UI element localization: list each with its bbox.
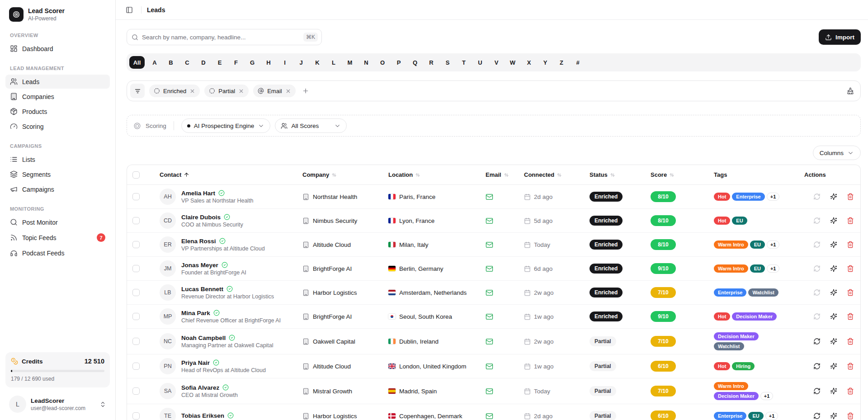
delete-button[interactable] [847, 241, 854, 248]
re-enrich-button[interactable] [813, 265, 821, 272]
col-header-contact[interactable]: Contact [152, 171, 295, 178]
alpha-filter-j[interactable]: J [295, 56, 307, 69]
alpha-filter-r[interactable]: R [425, 56, 438, 69]
filter-chip-partial[interactable]: Partial [204, 85, 249, 97]
alpha-filter-y[interactable]: Y [539, 56, 552, 69]
re-enrich-button[interactable] [813, 313, 821, 320]
alpha-filter-i[interactable]: I [278, 56, 291, 69]
sidebar-item-scoring[interactable]: Scoring [5, 119, 110, 133]
re-enrich-button[interactable] [813, 338, 821, 345]
row-checkbox[interactable] [132, 217, 140, 224]
columns-button[interactable]: Columns [813, 146, 861, 160]
mail-icon[interactable] [486, 241, 493, 249]
remove-chip-icon[interactable] [189, 88, 195, 94]
alpha-filter-t[interactable]: T [458, 56, 470, 69]
row-checkbox[interactable] [132, 265, 140, 272]
re-enrich-button[interactable] [813, 217, 821, 224]
row-checkbox[interactable] [132, 412, 140, 420]
alpha-filter-q[interactable]: Q [409, 56, 421, 69]
row-checkbox[interactable] [132, 363, 140, 370]
filter-button[interactable] [130, 84, 145, 98]
ai-enrich-button[interactable] [830, 313, 837, 320]
mail-icon[interactable] [486, 387, 493, 395]
delete-button[interactable] [847, 363, 854, 370]
sidebar-toggle-button[interactable] [123, 4, 136, 16]
delete-button[interactable] [847, 338, 854, 345]
sidebar-item-products[interactable]: Products [5, 104, 110, 118]
sidebar-item-segments[interactable]: Segments [5, 167, 110, 181]
clear-filters-button[interactable] [847, 87, 854, 94]
alpha-filter-k[interactable]: K [311, 56, 324, 69]
re-enrich-button[interactable] [813, 387, 821, 395]
alpha-filter-all[interactable]: All [129, 56, 145, 69]
delete-button[interactable] [847, 217, 854, 224]
row-checkbox[interactable] [132, 289, 140, 296]
sidebar-item-campaigns[interactable]: Campaigns [5, 182, 110, 196]
row-checkbox[interactable] [132, 241, 140, 248]
ai-enrich-button[interactable] [830, 412, 837, 420]
alpha-filter-b[interactable]: B [165, 56, 177, 69]
row-checkbox[interactable] [132, 387, 140, 395]
alpha-filter-m[interactable]: M [344, 56, 356, 69]
delete-button[interactable] [847, 265, 854, 272]
delete-button[interactable] [847, 289, 854, 296]
delete-button[interactable] [847, 387, 854, 395]
alpha-filter-u[interactable]: U [474, 56, 486, 69]
add-filter-button[interactable] [300, 85, 311, 96]
alpha-filter-h[interactable]: H [262, 56, 275, 69]
ai-enrich-button[interactable] [830, 387, 837, 395]
filter-chip-email[interactable]: Email [253, 85, 296, 97]
scoring-model-select[interactable]: AI Prospecting Engine [181, 118, 271, 133]
col-header-company[interactable]: Company [295, 171, 381, 178]
re-enrich-button[interactable] [813, 289, 821, 296]
alpha-filter-v[interactable]: V [490, 56, 503, 69]
re-enrich-button[interactable] [813, 363, 821, 370]
remove-chip-icon[interactable] [285, 88, 291, 94]
mail-icon[interactable] [486, 363, 493, 370]
ai-enrich-button[interactable] [830, 193, 837, 200]
filter-chip-enriched[interactable]: Enriched [149, 85, 200, 97]
alpha-filter-x[interactable]: X [523, 56, 535, 69]
sidebar-item-leads[interactable]: Leads [5, 75, 110, 89]
alpha-filter-e[interactable]: E [213, 56, 226, 69]
sidebar-item-topic-feeds[interactable]: Topic Feeds7 [5, 230, 110, 245]
alpha-filter-l[interactable]: L [327, 56, 340, 69]
col-header-email[interactable]: Email [478, 171, 517, 178]
ai-enrich-button[interactable] [830, 265, 837, 272]
select-all-checkbox[interactable] [132, 171, 140, 179]
alpha-filter-a[interactable]: A [148, 56, 161, 69]
delete-button[interactable] [847, 412, 854, 420]
row-checkbox[interactable] [132, 313, 140, 320]
col-header-connected[interactable]: Connected [517, 171, 582, 178]
sidebar-item-lists[interactable]: Lists [5, 152, 110, 166]
user-menu[interactable]: L LeadScorer user@lead-scorer.com [5, 394, 110, 415]
mail-icon[interactable] [486, 338, 493, 345]
sidebar-item-dashboard[interactable]: Dashboard [5, 42, 110, 56]
import-button[interactable]: Import [819, 29, 861, 45]
sidebar-item-podcast-feeds[interactable]: Podcast Feeds [5, 246, 110, 260]
alpha-filter-d[interactable]: D [197, 56, 210, 69]
col-header-status[interactable]: Status [582, 171, 643, 178]
alpha-filter-f[interactable]: F [230, 56, 242, 69]
remove-chip-icon[interactable] [238, 88, 244, 94]
re-enrich-button[interactable] [813, 241, 821, 248]
re-enrich-button[interactable] [813, 412, 821, 420]
ai-enrich-button[interactable] [830, 217, 837, 224]
mail-icon[interactable] [486, 193, 493, 201]
alpha-filter-s[interactable]: S [441, 56, 454, 69]
ai-enrich-button[interactable] [830, 338, 837, 345]
search-box[interactable]: ⌘K [127, 29, 322, 45]
mail-icon[interactable] [486, 289, 493, 297]
delete-button[interactable] [847, 313, 854, 320]
alpha-filter-z[interactable]: Z [555, 56, 568, 69]
col-header-location[interactable]: Location [381, 171, 478, 178]
alpha-filter-n[interactable]: N [360, 56, 373, 69]
ai-enrich-button[interactable] [830, 289, 837, 296]
re-enrich-button[interactable] [813, 193, 821, 200]
alpha-filter-c[interactable]: C [181, 56, 193, 69]
mail-icon[interactable] [486, 265, 493, 273]
alpha-filter-p[interactable]: P [392, 56, 405, 69]
mail-icon[interactable] [486, 217, 493, 225]
ai-enrich-button[interactable] [830, 363, 837, 370]
search-input[interactable] [142, 34, 300, 41]
